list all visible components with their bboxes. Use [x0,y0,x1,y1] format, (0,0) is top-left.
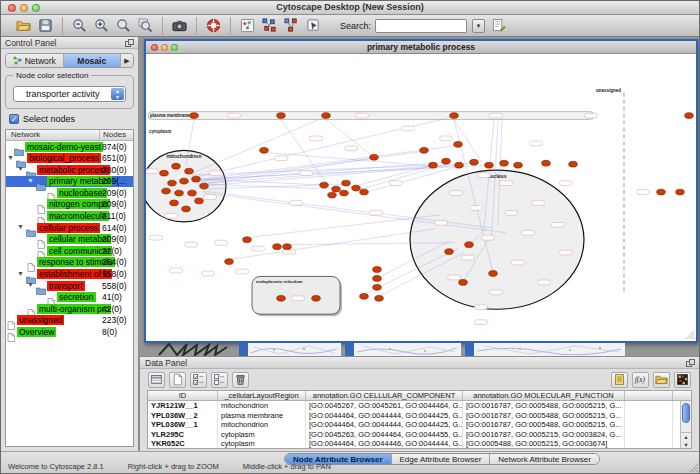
vizmapper-icon[interactable] [304,17,323,35]
tree-row[interactable]: ▼biological_process651(0) [6,153,133,165]
network-node[interactable] [514,162,523,168]
network-node[interactable] [685,113,694,119]
network-edge[interactable] [454,120,481,162]
network-node[interactable] [180,178,189,184]
save-icon[interactable] [36,17,55,35]
network-node[interactable] [320,182,329,188]
combobox-stepper-icon[interactable]: ▲▼ [111,88,124,100]
network-node[interactable] [172,163,181,169]
table-column-header[interactable] [625,391,673,400]
tree-column-nodes[interactable]: Nodes [103,130,126,139]
network-node[interactable] [676,189,685,195]
new-attribute-icon[interactable] [169,372,186,388]
network-edge[interactable] [196,117,454,178]
network-node[interactable] [352,185,361,191]
tab-edge-attribute-browser[interactable]: Edge Attribute Browser [392,454,491,464]
network-node[interactable] [225,259,234,265]
network-node[interactable] [277,295,286,301]
network-node[interactable] [322,113,331,119]
network-node[interactable] [273,244,282,250]
network-node[interactable] [373,267,382,273]
background-network-thumbnail[interactable] [157,343,232,356]
open-file-icon[interactable] [14,17,33,35]
network-node[interactable] [360,293,369,299]
network-node[interactable] [192,176,201,182]
background-window[interactable] [239,343,341,356]
tree-row[interactable]: response to stimulu264(0) [6,257,133,269]
network-node[interactable] [340,190,349,196]
tree-row[interactable]: nucleobase-209(0) [6,187,133,199]
network-node[interactable] [373,284,382,290]
network-canvas[interactable]: plasma membranecytoplasmmitochondrionnuc… [146,54,696,341]
network-edge[interactable] [264,152,433,166]
table-column-header[interactable]: annotation.GO CELLULAR_COMPONENT [306,391,463,400]
select-nodes-checkbox[interactable]: ✓ [9,114,19,124]
node-color-combobox[interactable]: transporter activity ▲▼ [13,86,126,102]
attribute-editor-icon[interactable] [489,17,508,35]
tree-row[interactable]: ▼primary metabol209(... [6,176,133,188]
network-node[interactable] [657,189,666,195]
network-node[interactable] [454,141,463,147]
table-row[interactable]: YKR052Ccytoplasm[GO:0044464, GO:0044446,… [148,439,691,449]
expand-arrow-icon[interactable]: ▼ [27,281,34,288]
network-node[interactable] [470,159,479,165]
network-node[interactable] [442,158,451,164]
load-attributes-icon[interactable] [653,372,670,388]
formula-builder-icon[interactable]: f(x) [632,372,649,388]
network-node[interactable] [465,242,474,248]
float-panel-icon[interactable] [125,39,134,47]
expand-arrow-icon[interactable]: ▼ [17,165,24,172]
table-row[interactable]: YPL036W__2plasma membrane[GO:0044464, GO… [148,411,691,421]
heatmap-icon[interactable] [674,372,691,388]
table-column-header[interactable]: ID [148,391,218,400]
network-node[interactable] [455,162,464,168]
table-icon[interactable] [148,372,165,388]
network-node[interactable] [542,160,551,166]
expand-arrow-icon[interactable]: ▼ [27,177,34,184]
tree-row[interactable]: unassigned223(0) [6,315,133,327]
tree-row[interactable]: nitrogen compo209(0) [6,199,133,211]
table-scrollbar[interactable]: ▲▼ [680,401,691,448]
table-row[interactable]: YPL036W__1mitochondrion[GO:0044464, GO:0… [148,420,691,430]
import-attributes-icon[interactable] [611,372,628,388]
tree-row[interactable]: ▼cellular process614(0) [6,222,133,234]
zoom-out-icon[interactable] [70,17,89,35]
zoom-in-icon[interactable] [92,17,111,35]
network-node[interactable] [375,295,384,301]
background-window[interactable] [465,343,625,356]
search-dropdown-icon[interactable]: ▼ [472,19,485,33]
expand-arrow-icon[interactable]: ▼ [17,223,24,230]
zoom-fit-icon[interactable] [114,17,133,35]
tree-row[interactable]: ▼metabolic process280(0) [6,164,133,176]
background-window[interactable] [345,343,461,356]
table-column-header[interactable]: _cellularLayoutRegion [218,391,306,400]
tab-network-attribute-browser[interactable]: Network Attribute Browser [490,454,598,464]
tab-overflow-icon[interactable]: ▶ [121,54,133,67]
network-node[interactable] [489,271,498,277]
network-node[interactable] [373,276,382,282]
network-window-titlebar[interactable]: primary metabolic process [146,41,696,54]
tree-row[interactable]: Overview8(0) [6,327,133,339]
tree-row[interactable]: cell communicat22(0) [6,245,133,257]
collapse-network-icon[interactable] [282,17,301,35]
select-attributes-icon[interactable] [190,372,207,388]
network-node[interactable] [420,147,429,153]
region-nucleus[interactable] [410,170,584,309]
network-node[interactable] [459,280,468,286]
network-node[interactable] [485,162,494,168]
delete-attribute-icon[interactable] [232,372,249,388]
network-node[interactable] [277,113,286,119]
network-node[interactable] [170,200,179,206]
tree-column-network[interactable]: Network [11,130,40,139]
snapshot-icon[interactable] [170,17,189,35]
scrollbar-arrows-icon[interactable]: ▲▼ [681,432,691,448]
network-window[interactable]: primary metabolic process plasma membran… [144,39,698,343]
tree-row[interactable]: ▼transport558(0) [6,280,133,292]
tree-row[interactable]: cellular metabol209(0) [6,234,133,246]
zoom-region-icon[interactable] [136,17,155,35]
network-node[interactable] [370,154,379,160]
network-node[interactable] [182,206,191,212]
tab-network[interactable]: Network [6,54,64,67]
tree-row[interactable]: secretion41(0) [6,292,133,304]
tree-row[interactable]: macromolecule311(0) [6,211,133,223]
